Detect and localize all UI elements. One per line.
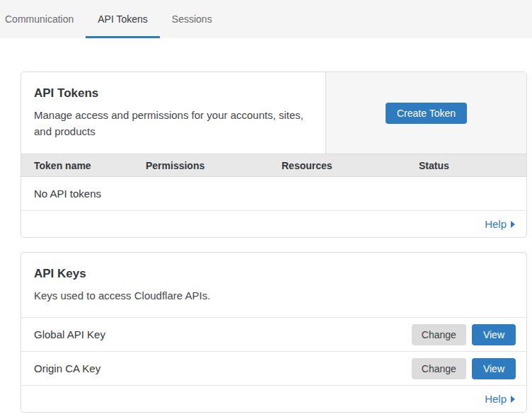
api-tokens-title: API Tokens — [34, 86, 313, 101]
api-keys-help-link[interactable]: Help — [485, 393, 515, 405]
tab-api-tokens-label: API Tokens — [98, 13, 148, 25]
tab-communication-label: Communication — [5, 13, 74, 25]
tab-api-tokens[interactable]: API Tokens — [86, 0, 160, 38]
global-api-key-row: Global API Key Change View — [21, 318, 526, 352]
tab-sessions-label: Sessions — [172, 13, 212, 25]
api-tokens-header-text: API Tokens Manage access and permissions… — [21, 72, 325, 154]
help-link-label: Help — [485, 393, 507, 405]
origin-ca-key-actions: Change View — [412, 358, 516, 379]
tokens-table-header: Token name Permissions Resources Status — [21, 154, 526, 177]
api-tokens-card-footer: Help — [21, 211, 526, 237]
api-keys-card-header: API Keys Keys used to access Cloudflare … — [21, 253, 526, 318]
global-api-key-change-button[interactable]: Change — [412, 324, 466, 345]
origin-ca-key-row: Origin CA Key Change View — [21, 352, 526, 386]
api-tokens-action-panel: Create Token — [325, 72, 526, 154]
tab-bar: Communication API Tokens Sessions — [0, 0, 532, 38]
arrow-right-icon — [511, 221, 515, 228]
origin-ca-key-view-button[interactable]: View — [472, 358, 516, 379]
page-content: API Tokens Manage access and permissions… — [0, 38, 532, 413]
global-api-key-actions: Change View — [412, 324, 516, 345]
origin-ca-key-label: Origin CA Key — [34, 362, 100, 374]
column-header-token-name: Token name — [21, 160, 133, 171]
api-tokens-description: Manage access and permissions for your a… — [34, 107, 313, 139]
tokens-empty-row: No API tokens — [21, 177, 526, 211]
api-tokens-card: API Tokens Manage access and permissions… — [21, 71, 527, 238]
api-keys-title: API Keys — [34, 267, 514, 281]
origin-ca-key-change-button[interactable]: Change — [412, 358, 466, 379]
tab-sessions[interactable]: Sessions — [160, 0, 224, 38]
global-api-key-label: Global API Key — [34, 328, 105, 340]
column-header-resources: Resources — [269, 160, 406, 171]
api-keys-card: API Keys Keys used to access Cloudflare … — [21, 252, 527, 413]
column-header-status: Status — [406, 160, 526, 171]
api-keys-card-footer: Help — [21, 386, 526, 412]
tab-communication[interactable]: Communication — [5, 0, 86, 38]
column-header-permissions: Permissions — [133, 160, 269, 171]
arrow-right-icon — [511, 396, 515, 403]
global-api-key-view-button[interactable]: View — [472, 324, 516, 345]
help-link-label: Help — [485, 218, 507, 230]
create-token-button[interactable]: Create Token — [386, 103, 467, 124]
api-keys-description: Keys used to access Cloudflare APIs. — [34, 287, 514, 304]
api-tokens-help-link[interactable]: Help — [485, 218, 515, 230]
api-tokens-card-header: API Tokens Manage access and permissions… — [21, 72, 526, 154]
tokens-empty-message: No API tokens — [34, 188, 101, 200]
